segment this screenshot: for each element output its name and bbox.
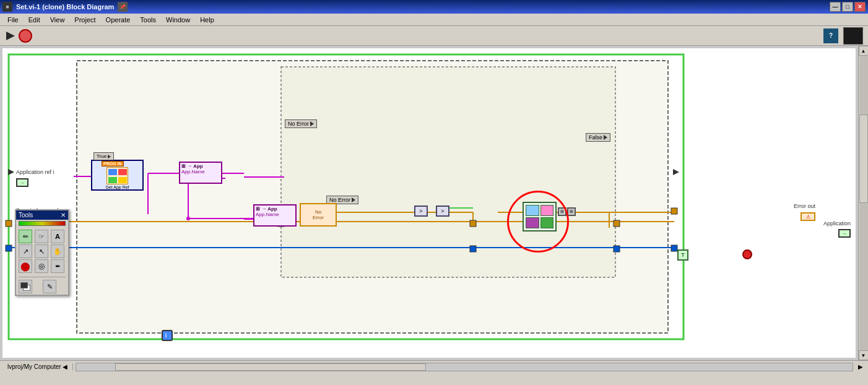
small-node-2: ⊞ [567,207,576,216]
app-label-bottom: ⊞ → App App.Name [254,205,295,218]
stop-button[interactable] [19,29,32,43]
breakpoint-tool[interactable]: ⬤ [19,259,32,273]
svg-rect-30 [614,246,620,252]
menu-window[interactable]: Window [161,15,195,25]
title-bar: ■ Set.vi-1 (clone) Block Diagram 📌 — □ ✕ [0,0,868,14]
scroll-thumb-right[interactable] [859,115,868,203]
menu-view[interactable]: View [45,15,70,25]
get-app-ref-block[interactable]: True PROG IN Get App Ref [91,160,144,191]
no-error-block-label: NoError [313,209,324,220]
diagram-canvas[interactable]: i Application ref i → Error in (no error… [2,48,856,358]
tools-palette: Tools ✕ ✏ ☞ A ↗ ↖ ✋ ⬤ ◎ ✒ [15,209,69,296]
text-tool[interactable]: A [51,230,64,243]
app-label-top: ⊞ → App App.Name [180,163,221,175]
svg-text:i: i [165,332,167,339]
tools-grid: ✏ ☞ A ↗ ↖ ✋ ⬤ ◎ ✒ [16,227,68,275]
error-out-label: Error out [794,203,815,209]
svg-rect-31 [671,208,677,214]
run-button[interactable] [6,32,15,40]
scroll-right-arrow[interactable]: ▶ [856,363,866,370]
pen-tool[interactable]: ✎ [43,280,56,293]
menu-help[interactable]: Help [195,15,219,25]
probe-tool[interactable]: ◎ [35,259,48,273]
false-selector[interactable]: False [586,133,610,142]
main-area: i Application ref i → Error in (no error… [0,46,868,360]
color-copy-tool[interactable]: ✒ [51,259,64,273]
svg-marker-37 [673,169,679,175]
select-node-1: > [414,205,428,217]
context-help-icon[interactable]: ? [823,28,838,43]
red-circle-annotation [507,191,569,253]
get-app-ref-label: Get App Ref [105,185,129,189]
svg-rect-1 [77,61,668,333]
scroll-tool[interactable]: ✋ [51,244,64,258]
svg-rect-26 [470,220,476,227]
connect-tool[interactable]: ↗ [19,244,32,258]
app-icon: ■ [2,2,12,12]
prog-in-badge: PROG IN [102,161,124,167]
close-button[interactable]: ✕ [854,2,866,12]
app-ref-terminal: → [16,178,28,187]
tools-palette-title: Tools [19,212,33,218]
menu-bar: File Edit View Project Operate Tools Win… [0,14,868,26]
pin-icon: 📌 [118,2,128,12]
scroll-thumb-bottom[interactable] [115,363,425,371]
svg-marker-38 [8,169,14,175]
menu-file[interactable]: File [2,15,24,25]
tools-palette-titlebar: Tools ✕ [16,210,68,220]
operate-tool[interactable]: ☞ [35,230,48,243]
application-terminal: → [838,229,851,238]
svg-point-40 [186,217,190,220]
svg-rect-29 [614,220,620,227]
scroll-up-button[interactable]: ▲ [859,46,869,56]
application-label: Application [823,220,851,227]
status-path-text: lvproj/My Computer [7,363,61,370]
menu-operate[interactable]: Operate [101,15,136,25]
true-selector[interactable]: True [93,152,114,160]
app-block-top[interactable]: ⊞ → App App.Name [179,162,222,184]
prog-icon [106,167,128,184]
no-error-selector-top[interactable]: No Error [285,119,317,128]
status-bar: lvproj/My Computer ◀ ▶ [0,360,868,373]
svg-rect-27 [470,246,476,252]
app-ref-label: Application ref i [16,169,54,175]
tools-bottom-row: ✎ [16,279,68,295]
color-swatch-block[interactable] [19,280,32,293]
vi-icon [843,27,863,45]
text-terminal: T [677,249,688,261]
toolbar: ? [0,26,868,46]
tools-palette-close[interactable]: ✕ [61,212,66,218]
select-tool[interactable]: ↖ [35,244,48,258]
status-nav-arrow: ◀ [63,363,67,370]
wires-svg: i [2,48,856,358]
minimize-button[interactable]: — [830,2,841,12]
stop-node [742,249,752,259]
scrollbar-bottom[interactable] [76,363,853,371]
svg-rect-32 [671,245,677,251]
scrollbar-right[interactable]: ▲ ▼ [858,46,868,360]
scroll-down-button[interactable]: ▼ [859,350,869,360]
status-path: lvproj/My Computer ◀ [2,363,73,370]
scroll-track-right[interactable] [859,56,868,350]
svg-rect-2 [281,67,615,277]
no-error-cluster-block[interactable]: NoError [300,203,337,227]
menu-edit[interactable]: Edit [24,15,45,25]
wiring-tool[interactable]: ✏ [19,230,32,243]
color-indicator [19,221,66,226]
select-node-2: > [436,205,449,217]
error-out-cluster: ⚠ [801,212,815,221]
menu-project[interactable]: Project [69,15,100,25]
menu-tools[interactable]: Tools [135,15,161,25]
maximize-button[interactable]: □ [842,2,853,12]
tools-separator [19,277,66,277]
window-controls[interactable]: — □ ✕ [830,2,866,12]
svg-rect-35 [162,331,172,340]
svg-rect-33 [6,220,12,227]
window-title: Set.vi-1 (clone) Block Diagram [16,3,114,11]
app-block-bottom[interactable]: ⊞ → App App.Name [253,204,297,227]
svg-rect-34 [6,245,12,251]
